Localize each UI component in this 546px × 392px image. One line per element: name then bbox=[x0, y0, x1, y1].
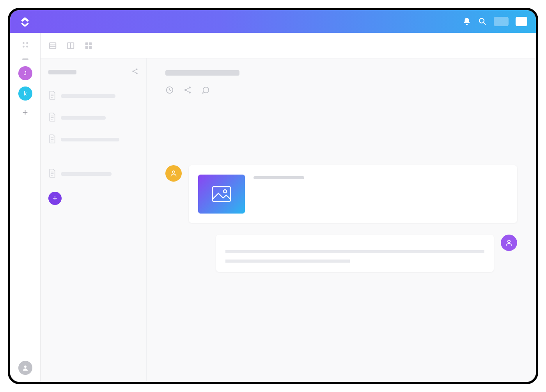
svg-point-34 bbox=[189, 92, 191, 94]
workspace-avatar-k[interactable]: k bbox=[18, 87, 32, 101]
main-column: + bbox=[41, 33, 536, 382]
svg-point-2 bbox=[23, 42, 25, 44]
comment-title bbox=[254, 176, 304, 179]
svg-point-35 bbox=[172, 171, 175, 173]
svg-point-17 bbox=[132, 71, 134, 72]
profile-avatar[interactable] bbox=[18, 361, 32, 375]
comment-avatar[interactable] bbox=[501, 235, 517, 251]
svg-rect-15 bbox=[89, 46, 92, 48]
document-icon bbox=[48, 168, 56, 179]
top-pill-b[interactable] bbox=[516, 17, 527, 26]
comment-body bbox=[254, 175, 508, 214]
svg-rect-12 bbox=[85, 42, 88, 45]
apps-icon[interactable] bbox=[21, 41, 30, 51]
sidebar-title bbox=[48, 70, 76, 74]
top-bar-right bbox=[463, 17, 527, 26]
doc-label bbox=[61, 116, 106, 120]
doc-label bbox=[61, 138, 119, 141]
add-doc-button[interactable]: + bbox=[48, 192, 62, 205]
top-bar bbox=[10, 10, 536, 33]
document-icon bbox=[48, 90, 56, 101]
workspace-letter: k bbox=[24, 90, 27, 97]
app-frame: J k + bbox=[8, 8, 538, 384]
sidebar-header bbox=[48, 68, 138, 76]
image-attachment[interactable] bbox=[198, 175, 245, 214]
view-grid-icon[interactable] bbox=[84, 41, 93, 50]
view-board-icon[interactable] bbox=[66, 41, 75, 50]
rail-bottom bbox=[18, 361, 32, 375]
comment-icon[interactable] bbox=[201, 86, 210, 96]
doc-item[interactable] bbox=[48, 164, 138, 183]
comment-thread bbox=[165, 165, 517, 272]
view-tabs bbox=[41, 33, 536, 58]
svg-point-18 bbox=[136, 72, 137, 74]
comment-avatar[interactable] bbox=[165, 165, 182, 182]
svg-point-6 bbox=[24, 366, 27, 368]
doc-item[interactable] bbox=[48, 108, 138, 127]
svg-point-4 bbox=[23, 46, 25, 48]
svg-point-33 bbox=[184, 89, 186, 91]
svg-point-0 bbox=[479, 18, 484, 23]
document-body[interactable] bbox=[165, 108, 517, 142]
add-workspace-button[interactable]: + bbox=[22, 107, 28, 118]
svg-line-1 bbox=[484, 23, 486, 25]
svg-point-32 bbox=[189, 87, 191, 88]
svg-point-5 bbox=[26, 46, 28, 48]
workspace-rail: J k + bbox=[10, 33, 41, 382]
comment-row bbox=[165, 165, 517, 223]
comment-row bbox=[165, 235, 517, 272]
svg-point-37 bbox=[223, 190, 227, 193]
doc-label bbox=[61, 172, 112, 176]
document-icon bbox=[48, 134, 56, 145]
svg-rect-13 bbox=[89, 42, 92, 45]
workspace-letter: J bbox=[24, 70, 27, 76]
document-title[interactable] bbox=[165, 70, 239, 76]
document-actions bbox=[165, 86, 517, 96]
doc-sidebar: + bbox=[41, 58, 147, 382]
svg-point-16 bbox=[136, 69, 137, 70]
doc-item[interactable] bbox=[48, 87, 138, 105]
svg-rect-36 bbox=[213, 187, 230, 201]
view-list-icon[interactable] bbox=[48, 41, 57, 50]
body: J k + bbox=[10, 33, 536, 382]
clock-icon[interactable] bbox=[165, 86, 174, 96]
svg-rect-14 bbox=[85, 46, 88, 48]
svg-rect-7 bbox=[50, 42, 56, 48]
document-icon bbox=[48, 112, 56, 123]
svg-point-3 bbox=[26, 42, 28, 44]
collapse-handle[interactable] bbox=[22, 58, 28, 60]
bell-icon[interactable] bbox=[463, 17, 471, 26]
workspace-list: J k + bbox=[18, 66, 32, 118]
workspace-avatar-j[interactable]: J bbox=[18, 66, 32, 80]
doc-sub-items bbox=[48, 150, 138, 158]
svg-point-38 bbox=[508, 240, 511, 243]
document-main bbox=[147, 58, 536, 382]
doc-item[interactable] bbox=[48, 130, 138, 149]
search-icon[interactable] bbox=[478, 17, 487, 26]
share-icon[interactable] bbox=[183, 86, 192, 96]
comment-card[interactable] bbox=[189, 165, 517, 223]
comment-card[interactable] bbox=[216, 235, 494, 272]
comment-line bbox=[225, 250, 484, 253]
share-icon[interactable] bbox=[131, 68, 138, 76]
brand-logo[interactable] bbox=[19, 15, 31, 28]
top-pill-a[interactable] bbox=[494, 17, 509, 26]
doc-label bbox=[61, 94, 115, 98]
comment-line bbox=[225, 260, 350, 263]
content-row: + bbox=[41, 58, 536, 382]
